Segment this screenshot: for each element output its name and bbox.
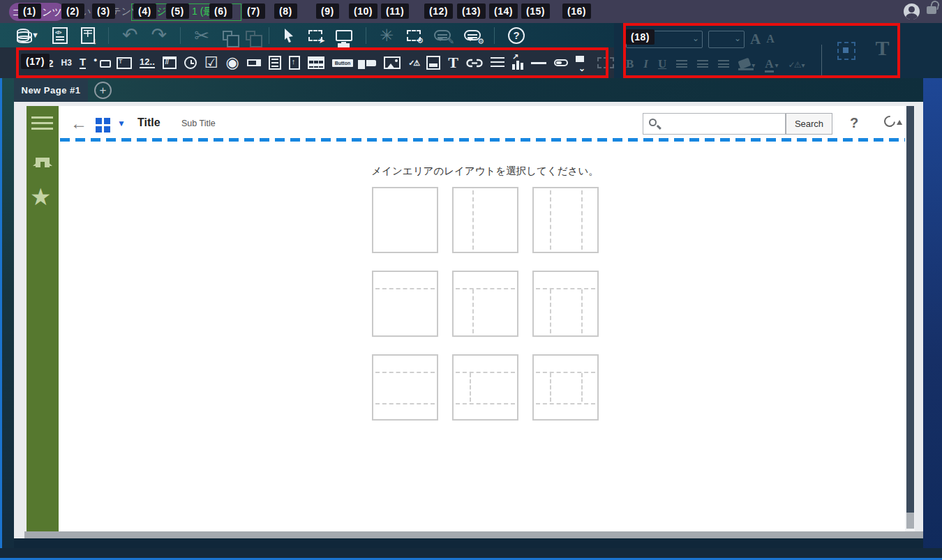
link-icon[interactable] bbox=[466, 57, 483, 69]
horizontal-rule-icon[interactable] bbox=[531, 62, 546, 64]
bold-button[interactable]: B bbox=[626, 57, 634, 71]
layout-option-single[interactable] bbox=[372, 187, 438, 253]
checkbox-icon[interactable]: ☑ bbox=[204, 55, 218, 70]
search-input[interactable] bbox=[663, 114, 783, 133]
time-field-icon[interactable] bbox=[184, 56, 197, 69]
layout-option-header-two-columns[interactable] bbox=[452, 271, 518, 337]
panel-icon[interactable] bbox=[426, 56, 440, 70]
font-increase-button[interactable]: A bbox=[750, 31, 761, 48]
layout-option-two-columns[interactable] bbox=[452, 187, 518, 253]
add-page-button[interactable]: + bbox=[94, 82, 112, 99]
dropdown-icon[interactable] bbox=[247, 59, 261, 66]
mark-11[interactable]: (11) bbox=[381, 3, 409, 19]
mark-8[interactable]: (8) bbox=[274, 3, 297, 19]
page-help-icon[interactable]: ? bbox=[850, 115, 858, 131]
favorites-star-icon[interactable]: ★ bbox=[30, 183, 51, 211]
layout-option-header-single[interactable] bbox=[372, 271, 438, 337]
help-icon[interactable]: ? bbox=[508, 27, 525, 44]
fill-color-button[interactable]: ▾ bbox=[739, 58, 755, 70]
font-size-select[interactable] bbox=[708, 31, 745, 48]
file-upload-icon[interactable] bbox=[289, 56, 300, 70]
layout-option-header-three-columns[interactable] bbox=[532, 271, 599, 337]
listbox-icon[interactable] bbox=[269, 56, 281, 70]
comment-edit-icon[interactable]: ✎ bbox=[434, 30, 451, 40]
textarea-icon[interactable]: T bbox=[117, 57, 132, 69]
mark-1[interactable]: (1) bbox=[18, 3, 41, 19]
paste-icon[interactable] bbox=[246, 31, 255, 40]
cut-icon[interactable]: ✂ bbox=[194, 27, 209, 45]
list-view-icon[interactable] bbox=[491, 57, 504, 68]
font-color-button[interactable]: A▾ bbox=[765, 57, 778, 71]
linked-field-icon[interactable] bbox=[94, 60, 109, 66]
hamburger-menu-icon[interactable] bbox=[31, 116, 53, 130]
textfield-icon[interactable]: T bbox=[80, 56, 86, 69]
text-label-icon[interactable]: T bbox=[448, 55, 458, 70]
app-grid-icon[interactable] bbox=[96, 118, 102, 124]
heading3-icon[interactable]: H3 bbox=[61, 59, 72, 67]
flow-action-icon[interactable] bbox=[576, 56, 590, 70]
text-tool-icon[interactable]: T bbox=[875, 36, 889, 60]
mark-2[interactable]: (2) bbox=[61, 3, 84, 19]
align-right-icon[interactable] bbox=[718, 60, 729, 69]
layout-option-header-two-columns-footer[interactable] bbox=[452, 354, 518, 421]
export-sheet-icon[interactable]: ↓ bbox=[81, 27, 95, 44]
vertical-scrollbar[interactable] bbox=[905, 106, 915, 531]
align-left-icon[interactable] bbox=[676, 60, 687, 69]
snap-grid-icon[interactable]: ✳ bbox=[380, 27, 394, 44]
image-icon[interactable] bbox=[384, 56, 401, 69]
move-tool-icon[interactable] bbox=[839, 43, 853, 57]
home-icon[interactable] bbox=[33, 156, 52, 172]
mark-3[interactable]: (3) bbox=[92, 3, 115, 19]
mark-12[interactable]: (12) bbox=[424, 3, 453, 19]
mark-13[interactable]: (13) bbox=[457, 3, 486, 19]
align-center-icon[interactable] bbox=[697, 60, 708, 69]
font-decrease-button[interactable]: A bbox=[766, 33, 775, 45]
underline-button[interactable]: U bbox=[658, 57, 666, 71]
status-color-button[interactable]: ✓⚠▾ bbox=[788, 58, 805, 70]
mark-14[interactable]: (14) bbox=[489, 3, 518, 19]
back-arrow-icon[interactable]: ← bbox=[70, 114, 87, 133]
vertical-scrollbar-thumb-lower[interactable] bbox=[906, 513, 914, 529]
preview-monitor-icon[interactable] bbox=[336, 30, 352, 41]
mark-4[interactable]: (4) bbox=[133, 3, 156, 19]
user-avatar-icon[interactable] bbox=[904, 3, 920, 20]
mark-18[interactable]: (18) bbox=[626, 29, 655, 45]
mark-5[interactable]: (5) bbox=[166, 3, 189, 19]
chart-icon[interactable] bbox=[512, 56, 523, 70]
number-field-icon[interactable]: 12.. bbox=[140, 57, 155, 68]
redo-icon[interactable]: ↷ bbox=[151, 26, 167, 45]
marquee-select-icon[interactable]: ➤ bbox=[308, 30, 322, 41]
table-icon[interactable] bbox=[308, 56, 324, 69]
mark-7[interactable]: (7) bbox=[242, 3, 265, 19]
source-code-icon[interactable]: </> bbox=[52, 27, 68, 44]
mark-16[interactable]: (16) bbox=[562, 3, 591, 19]
refresh-icon[interactable] bbox=[882, 114, 898, 130]
unlock-icon[interactable] bbox=[927, 6, 936, 14]
date-field-icon[interactable] bbox=[163, 56, 177, 69]
horizontal-scrollbar-thumb[interactable] bbox=[24, 531, 923, 538]
tab-new-page-1[interactable]: New Page #1 bbox=[14, 78, 88, 102]
layout-option-header-footer[interactable] bbox=[372, 354, 438, 421]
radio-icon[interactable]: ◉ bbox=[225, 55, 239, 70]
slider-icon[interactable] bbox=[361, 60, 376, 66]
vertical-scrollbar-thumb[interactable] bbox=[906, 106, 914, 513]
mark-15[interactable]: (15) bbox=[521, 3, 550, 19]
marquee-settings-icon[interactable]: ⚙ bbox=[407, 30, 421, 41]
undo-icon[interactable]: ↶ bbox=[122, 26, 138, 45]
button-component-icon[interactable]: Button bbox=[332, 59, 354, 67]
mark-17[interactable]: (17) bbox=[21, 54, 50, 69]
mark-10[interactable]: (10) bbox=[349, 3, 377, 19]
layout-option-three-columns[interactable] bbox=[532, 187, 599, 253]
italic-button[interactable]: I bbox=[643, 57, 648, 71]
status-indicator-icon[interactable]: ✓⚠ bbox=[408, 59, 419, 67]
copy-icon[interactable] bbox=[223, 31, 232, 40]
pointer-tool-icon[interactable] bbox=[283, 28, 295, 43]
mark-6[interactable]: (6) bbox=[209, 3, 232, 19]
grid-dropdown-caret-icon[interactable]: ▼ bbox=[117, 119, 126, 128]
comment-settings-icon[interactable]: ⚙ bbox=[464, 30, 481, 40]
data-source-icon[interactable]: ▼ bbox=[17, 29, 39, 42]
mark-9[interactable]: (9) bbox=[316, 3, 339, 19]
search-button[interactable]: Search bbox=[786, 113, 832, 135]
pill-toggle-icon[interactable] bbox=[554, 59, 568, 66]
layout-option-header-three-columns-footer[interactable] bbox=[532, 354, 599, 421]
